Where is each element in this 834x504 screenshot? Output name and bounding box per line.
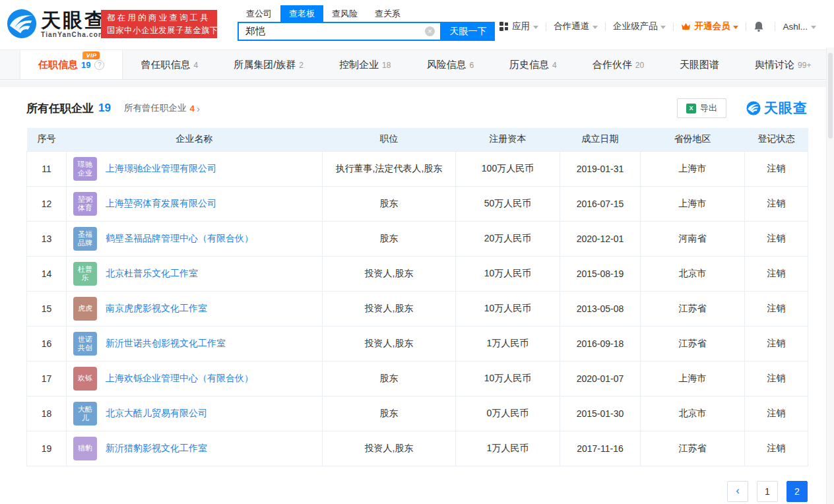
row-position: 投资人,股东 <box>323 291 456 326</box>
prev-page-button[interactable]: ‹ <box>727 481 748 502</box>
tianyancha-logo[interactable]: 天眼查 TianYanCha.com <box>7 9 106 39</box>
tab-history-info[interactable]: 历史信息 4 <box>492 50 575 79</box>
company-avatar: 圣福品牌 <box>73 227 97 251</box>
row-seq: 16 <box>27 326 67 361</box>
table-row: 11 璟驰企业 上海璟驰企业管理有限公司 执行董事,法定代表人,股东 100万人… <box>27 151 808 186</box>
tab-partners[interactable]: 合作伙伴 20 <box>575 50 662 79</box>
nav-divider <box>546 22 546 31</box>
row-region: 北京市 <box>641 256 745 291</box>
tab-controlled-companies[interactable]: 控制企业 18 <box>321 50 408 79</box>
export-button[interactable]: X 导出 <box>677 98 726 118</box>
status-badge: 注销 <box>745 291 808 326</box>
tab-past-positions[interactable]: 曾任职信息 4 <box>123 50 216 79</box>
tab-risk-info[interactable]: 风险信息 6 <box>408 50 492 79</box>
row-region: 江苏省 <box>641 291 745 326</box>
table-row: 16 世诺共创 新沂世诺共创影视文化工作室 投资人,股东 1万人民币 2016-… <box>27 326 808 361</box>
table-row: 12 堃弼体育 上海堃弼体育发展有限公司 股东 50万人民币 2016-07-1… <box>27 186 808 221</box>
row-date: 2015-01-30 <box>560 396 641 431</box>
nav-apps[interactable]: 应用 <box>499 20 538 32</box>
row-date: 2017-11-16 <box>560 431 641 466</box>
tab-label: 所属集团/族群 <box>234 59 296 71</box>
company-avatar: 世诺共创 <box>73 332 97 356</box>
row-capital: 50万人民币 <box>456 186 560 221</box>
row-position: 股东 <box>323 186 456 221</box>
search-tab-company[interactable]: 查公司 <box>238 5 280 22</box>
vip-badge: VIP <box>82 51 100 59</box>
row-region: 北京市 <box>641 396 745 431</box>
logo-swirl-icon <box>7 9 37 39</box>
pagination: ‹ 1 2 <box>0 466 834 504</box>
status-badge: 注销 <box>745 256 808 291</box>
company-avatar: 大酷儿 <box>73 402 97 425</box>
search-tab-risk[interactable]: 查风险 <box>323 5 366 22</box>
chevron-down-icon <box>593 26 598 29</box>
clear-search-icon[interactable]: × <box>425 26 435 36</box>
help-icon[interactable]: ? <box>94 60 104 70</box>
company-link[interactable]: 上海堃弼体育发展有限公司 <box>106 198 216 210</box>
row-position: 股东 <box>323 396 456 431</box>
tab-group-cluster[interactable]: 所属集团/族群 2 <box>216 50 321 79</box>
company-link[interactable]: 上海璟驰企业管理有限公司 <box>106 163 216 175</box>
status-badge: 注销 <box>745 361 808 396</box>
row-date: 2020-01-07 <box>560 361 641 396</box>
search-button[interactable]: 天眼一下 <box>441 22 495 41</box>
company-link[interactable]: 新沂世诺共创影视文化工作室 <box>106 338 226 350</box>
col-status: 登记状态 <box>745 128 808 151</box>
top-nav: 应用 合作通道 企业级产品 开通会员 Ashl... <box>492 20 823 32</box>
nav-user-menu[interactable]: Ashl... <box>783 22 816 32</box>
tab-count: 6 <box>469 61 474 70</box>
company-link[interactable]: 北京杜普乐文化工作室 <box>106 268 198 280</box>
tab-positions[interactable]: VIP 任职信息 19 ? <box>20 50 123 79</box>
nav-open-vip[interactable]: 开通会员 <box>681 20 738 32</box>
search-input[interactable] <box>239 26 440 37</box>
section-title: 所有任职企业 <box>26 101 94 116</box>
company-link[interactable]: 鹤壁圣福品牌管理中心（有限合伙） <box>106 233 253 245</box>
row-seq: 13 <box>27 221 67 256</box>
search-tabs: 查公司 查老板 查风险 查关系 <box>238 5 495 22</box>
page-button-1[interactable]: 1 <box>757 481 778 502</box>
chevron-left-icon: ‹ <box>736 485 740 496</box>
search-tab-relation[interactable]: 查关系 <box>366 5 409 22</box>
row-seq: 11 <box>27 151 67 186</box>
row-region: 上海市 <box>641 186 745 221</box>
row-region: 河南省 <box>641 221 745 256</box>
top-header: 天眼查 TianYanCha.com 都在用的商业查询工具 国家中小企业发展子基… <box>0 0 834 49</box>
company-link[interactable]: 新沂猎豹影视文化工作室 <box>106 443 207 455</box>
tab-public-opinion[interactable]: 舆情讨论 99+ <box>737 50 829 79</box>
col-position: 职位 <box>323 128 456 151</box>
row-region: 上海市 <box>641 361 745 396</box>
search-block: 查公司 查老板 查风险 查关系 × 天眼一下 <box>238 5 495 41</box>
row-position: 股东 <box>323 221 456 256</box>
row-capital: 10万人民币 <box>456 256 560 291</box>
tab-count: 18 <box>382 61 391 70</box>
nav-notifications[interactable] <box>754 21 767 32</box>
company-link[interactable]: 南京虎虎影视文化工作室 <box>106 303 207 315</box>
slogan-line-2: 国家中小企业发展子基金旗下机构 <box>107 25 211 36</box>
table-header-row: 序号 企业名称 职位 注册资本 成立日期 省份地区 登记状态 <box>27 128 808 151</box>
scrollbar-thumb[interactable] <box>828 53 833 139</box>
section-header: 所有任职企业 19 所有曾任职企业 4 › X 导出 天眼查 <box>0 87 834 127</box>
nav-enterprise-products[interactable]: 企业级产品 <box>613 20 666 32</box>
company-link[interactable]: 北京大酷儿贸易有限公司 <box>106 408 207 420</box>
search-tab-boss[interactable]: 查老板 <box>280 5 323 22</box>
brand-domain: TianYanCha.com <box>41 31 106 38</box>
company-link[interactable]: 上海欢铄企业管理中心（有限合伙） <box>106 373 253 385</box>
nav-divider <box>673 22 674 31</box>
tab-graph[interactable]: 天眼图谱 <box>662 50 737 79</box>
row-date: 2019-01-31 <box>560 151 641 186</box>
nav-partner-channel[interactable]: 合作通道 <box>554 20 598 32</box>
nav-apps-label: 应用 <box>512 20 530 32</box>
row-seq: 18 <box>27 396 67 431</box>
page-button-2[interactable]: 2 <box>786 481 808 502</box>
excel-icon: X <box>686 104 696 113</box>
row-capital: 1万人民币 <box>456 431 560 466</box>
past-positions-link[interactable]: 所有曾任职企业 4 › <box>124 102 200 114</box>
table-row: 17 欢铄 上海欢铄企业管理中心（有限合伙） 股东 10万人民币 2020-01… <box>27 361 808 396</box>
row-capital: 100万人民币 <box>456 151 560 186</box>
row-date: 2013-05-08 <box>560 291 641 326</box>
past-positions-count: 4 <box>189 104 195 113</box>
username: Ashl... <box>783 22 808 32</box>
row-date: 2015-08-19 <box>560 256 641 291</box>
row-seq: 12 <box>27 186 67 221</box>
vertical-scrollbar <box>826 47 834 504</box>
